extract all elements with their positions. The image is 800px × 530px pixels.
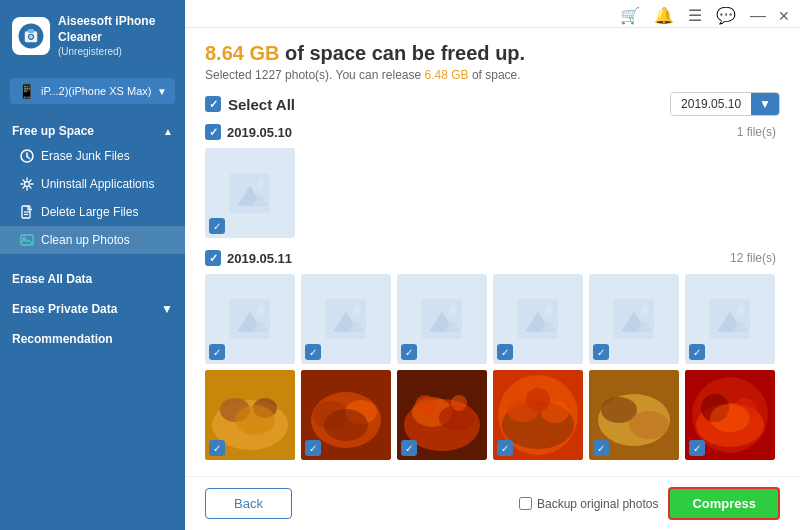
space-title: 8.64 GB of space can be freed up.	[205, 42, 780, 65]
photo-checkbox[interactable]: ✓	[593, 344, 609, 360]
photo-checkbox[interactable]: ✓	[689, 344, 705, 360]
minimize-icon[interactable]: —	[748, 7, 768, 25]
space-subtitle: Selected 1227 photo(s). You can release …	[205, 68, 780, 82]
photo-cell[interactable]: ✓	[589, 274, 679, 364]
photo-checkbox[interactable]: ✓	[593, 440, 609, 456]
sidebar-item-erase-junk[interactable]: Erase Junk Files	[0, 142, 185, 170]
photo-cell[interactable]: ✓	[397, 274, 487, 364]
backup-checkbox[interactable]	[519, 497, 532, 510]
photo-scroll-area[interactable]: ✓ 2019.05.10 1 file(s)	[205, 122, 780, 476]
phone-icon: 📱	[18, 83, 35, 99]
photo-cell[interactable]: ✓	[205, 148, 295, 238]
group1-checkbox[interactable]: ✓	[205, 124, 221, 140]
svg-point-73	[710, 404, 750, 432]
free-up-space-label[interactable]: Free up Space ▲	[0, 118, 185, 142]
photo-cell[interactable]: ✓	[301, 274, 391, 364]
sidebar-header: Aiseesoft iPhone Cleaner (Unregistered)	[0, 0, 185, 72]
sidebar-recommendation[interactable]: Recommendation	[0, 322, 185, 352]
photo-checkbox[interactable]: ✓	[401, 344, 417, 360]
group2-checkbox[interactable]: ✓	[205, 250, 221, 266]
photo-cell[interactable]: ✓	[493, 274, 583, 364]
date-group-1: ✓ 2019.05.10 1 file(s)	[205, 122, 776, 238]
photo-cell-food-2[interactable]: ✓	[301, 370, 391, 460]
svg-point-4	[29, 35, 33, 39]
chevron-down-icon: ▼	[157, 86, 167, 97]
chat-icon[interactable]: 💬	[714, 6, 738, 25]
photo-cell[interactable]: ✓	[205, 274, 295, 364]
photo-checkbox[interactable]: ✓	[209, 344, 225, 360]
photo-checkbox[interactable]: ✓	[497, 344, 513, 360]
photo-checkbox[interactable]: ✓	[497, 440, 513, 456]
file-icon	[20, 205, 34, 219]
group1-file-count: 1 file(s)	[737, 125, 776, 139]
select-all-label[interactable]: ✓ Select All	[205, 96, 295, 113]
chevron-up-icon: ▲	[163, 126, 173, 137]
bottom-right: Backup original photos Compress	[519, 487, 780, 520]
photo-checkbox[interactable]: ✓	[209, 440, 225, 456]
svg-point-21	[257, 306, 264, 313]
photo-cell[interactable]: ✓	[685, 274, 775, 364]
photo-checkbox[interactable]: ✓	[209, 218, 225, 234]
svg-point-25	[353, 306, 360, 313]
bottom-bar: Back Backup original photos Compress	[185, 476, 800, 530]
photo-cell-food-6[interactable]: ✓	[685, 370, 775, 460]
svg-point-67	[629, 411, 669, 439]
app-title: Aiseesoft iPhone Cleaner (Unregistered)	[58, 14, 173, 58]
svg-point-63	[526, 388, 550, 412]
photo-checkbox[interactable]: ✓	[689, 440, 705, 456]
main-content: 🛒 🔔 ☰ 💬 — ✕ 8.64 GB of space can be free…	[185, 0, 800, 530]
bell-icon[interactable]: 🔔	[652, 6, 676, 25]
svg-point-57	[451, 395, 467, 411]
sidebar-item-clean-photos[interactable]: Clean up Photos	[0, 226, 185, 254]
date-filter-dropdown[interactable]: 2019.05.10 ▼	[670, 92, 780, 116]
date-label-1: ✓ 2019.05.10	[205, 124, 292, 140]
svg-line-7	[27, 157, 30, 159]
select-all-checkbox[interactable]: ✓	[205, 96, 221, 112]
svg-point-51	[324, 409, 368, 441]
photo-cell-food-3[interactable]: ✓	[397, 370, 487, 460]
backup-checkbox-label[interactable]: Backup original photos	[519, 497, 658, 511]
group2-photo-grid: ✓ ✓	[205, 274, 776, 460]
group1-photo-grid: ✓	[205, 148, 776, 238]
svg-point-41	[737, 306, 744, 313]
date-group-2: ✓ 2019.05.11 12 file(s)	[205, 248, 776, 460]
date-dropdown-arrow[interactable]: ▼	[751, 93, 779, 115]
sidebar-item-delete-large[interactable]: Delete Large Files	[0, 198, 185, 226]
menu-icon[interactable]: ☰	[686, 6, 704, 25]
date-label-2: ✓ 2019.05.11	[205, 250, 292, 266]
sidebar-item-uninstall-apps[interactable]: Uninstall Applications	[0, 170, 185, 198]
photo-checkbox[interactable]: ✓	[401, 440, 417, 456]
image-icon	[20, 233, 34, 247]
sidebar: Aiseesoft iPhone Cleaner (Unregistered) …	[0, 0, 185, 530]
sidebar-erase-private[interactable]: Erase Private Data ▼	[0, 292, 185, 322]
group2-file-count: 12 file(s)	[730, 251, 776, 265]
svg-point-46	[235, 405, 275, 435]
svg-point-56	[415, 395, 435, 415]
svg-point-17	[257, 180, 264, 187]
close-icon[interactable]: ✕	[778, 8, 790, 24]
titlebar: 🛒 🔔 ☰ 💬 — ✕	[185, 0, 800, 28]
photo-cell-food-4[interactable]: ✓	[493, 370, 583, 460]
svg-point-37	[641, 306, 648, 313]
compress-button[interactable]: Compress	[668, 487, 780, 520]
gear-icon	[20, 177, 34, 191]
svg-point-29	[449, 306, 456, 313]
date-filter-value: 2019.05.10	[671, 93, 751, 115]
photo-cell-food-5[interactable]: ✓	[589, 370, 679, 460]
photo-checkbox[interactable]: ✓	[305, 344, 321, 360]
device-selector[interactable]: 📱 iP...2)(iPhone XS Max) ▼	[10, 78, 175, 104]
chevron-down-icon: ▼	[161, 302, 173, 316]
date-group-2-header: ✓ 2019.05.11 12 file(s)	[205, 248, 776, 268]
back-button[interactable]: Back	[205, 488, 292, 519]
photo-checkbox[interactable]: ✓	[305, 440, 321, 456]
date-group-1-header: ✓ 2019.05.10 1 file(s)	[205, 122, 776, 142]
app-logo	[12, 17, 50, 55]
photo-cell-food-1[interactable]: ✓	[205, 370, 295, 460]
cart-icon[interactable]: 🛒	[618, 6, 642, 25]
clock-icon	[20, 149, 34, 163]
svg-point-33	[545, 306, 552, 313]
svg-rect-2	[28, 29, 34, 33]
space-header: 8.64 GB of space can be freed up. Select…	[205, 42, 780, 82]
toolbar-row: ✓ Select All 2019.05.10 ▼	[205, 92, 780, 116]
sidebar-erase-all[interactable]: Erase All Data	[0, 262, 185, 292]
